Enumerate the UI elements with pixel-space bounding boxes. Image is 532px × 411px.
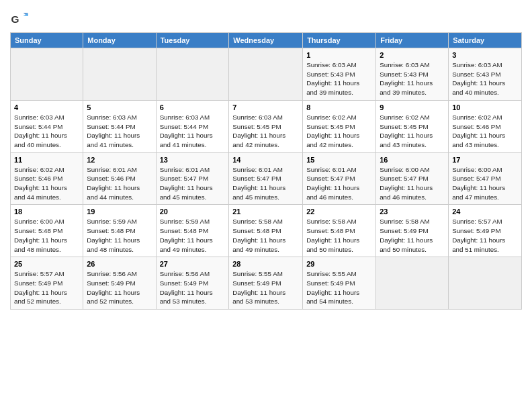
day-info: Sunrise: 5:57 AMSunset: 5:49 PMDaylight:… bbox=[14, 269, 79, 306]
day-info: Sunrise: 5:58 AMSunset: 5:48 PMDaylight:… bbox=[232, 217, 299, 254]
calendar-cell-w2d1: 12Sunrise: 6:01 AMSunset: 5:46 PMDayligh… bbox=[83, 152, 156, 205]
day-info: Sunrise: 6:02 AMSunset: 5:46 PMDaylight:… bbox=[14, 165, 79, 202]
day-number: 7 bbox=[232, 103, 299, 111]
day-info: Sunrise: 6:03 AMSunset: 5:43 PMDaylight:… bbox=[306, 60, 372, 97]
day-number: 8 bbox=[306, 103, 372, 111]
day-info: Sunrise: 5:59 AMSunset: 5:48 PMDaylight:… bbox=[160, 217, 226, 254]
day-number: 21 bbox=[232, 208, 299, 216]
day-info: Sunrise: 5:59 AMSunset: 5:48 PMDaylight:… bbox=[87, 217, 152, 254]
day-number: 20 bbox=[160, 208, 226, 216]
calendar-cell-w1d0: 4Sunrise: 6:03 AMSunset: 5:44 PMDaylight… bbox=[11, 100, 83, 152]
calendar-cell-w0d1 bbox=[83, 48, 156, 101]
calendar-cell-w3d6: 24Sunrise: 5:57 AMSunset: 5:49 PMDayligh… bbox=[449, 205, 522, 257]
calendar-cell-w1d3: 7Sunrise: 6:03 AMSunset: 5:45 PMDaylight… bbox=[229, 100, 303, 152]
day-number: 18 bbox=[14, 208, 79, 216]
svg-text:G: G bbox=[11, 13, 19, 25]
col-header-monday: Monday bbox=[83, 33, 156, 48]
day-info: Sunrise: 6:01 AMSunset: 5:47 PMDaylight:… bbox=[232, 165, 299, 202]
day-info: Sunrise: 5:58 AMSunset: 5:49 PMDaylight:… bbox=[380, 217, 445, 254]
day-info: Sunrise: 6:03 AMSunset: 5:45 PMDaylight:… bbox=[232, 113, 299, 150]
calendar-cell-w2d2: 13Sunrise: 6:01 AMSunset: 5:47 PMDayligh… bbox=[156, 152, 229, 205]
day-info: Sunrise: 6:01 AMSunset: 5:47 PMDaylight:… bbox=[306, 165, 372, 202]
day-number: 24 bbox=[452, 208, 518, 216]
day-number: 23 bbox=[380, 208, 445, 216]
calendar-cell-w3d5: 23Sunrise: 5:58 AMSunset: 5:49 PMDayligh… bbox=[376, 205, 449, 257]
day-number: 14 bbox=[232, 156, 299, 164]
day-number: 11 bbox=[14, 156, 79, 164]
day-info: Sunrise: 5:57 AMSunset: 5:49 PMDaylight:… bbox=[452, 217, 518, 254]
calendar-cell-w0d6: 3Sunrise: 6:03 AMSunset: 5:43 PMDaylight… bbox=[449, 48, 522, 101]
col-header-thursday: Thursday bbox=[303, 33, 376, 48]
col-header-sunday: Sunday bbox=[11, 33, 83, 48]
calendar-cell-w2d4: 15Sunrise: 6:01 AMSunset: 5:47 PMDayligh… bbox=[303, 152, 376, 205]
day-info: Sunrise: 6:03 AMSunset: 5:43 PMDaylight:… bbox=[380, 60, 445, 97]
day-info: Sunrise: 6:00 AMSunset: 5:48 PMDaylight:… bbox=[14, 217, 79, 254]
day-number: 12 bbox=[87, 156, 152, 164]
calendar-cell-w2d0: 11Sunrise: 6:02 AMSunset: 5:46 PMDayligh… bbox=[11, 152, 83, 205]
day-info: Sunrise: 6:02 AMSunset: 5:45 PMDaylight:… bbox=[380, 113, 445, 150]
calendar-cell-w4d3: 28Sunrise: 5:55 AMSunset: 5:49 PMDayligh… bbox=[229, 257, 303, 310]
day-info: Sunrise: 6:03 AMSunset: 5:44 PMDaylight:… bbox=[14, 113, 79, 150]
calendar-cell-w3d4: 22Sunrise: 5:58 AMSunset: 5:48 PMDayligh… bbox=[303, 205, 376, 257]
day-number: 19 bbox=[87, 208, 152, 216]
calendar-cell-w2d3: 14Sunrise: 6:01 AMSunset: 5:47 PMDayligh… bbox=[229, 152, 303, 205]
day-info: Sunrise: 6:01 AMSunset: 5:47 PMDaylight:… bbox=[160, 165, 226, 202]
day-info: Sunrise: 6:03 AMSunset: 5:43 PMDaylight:… bbox=[452, 60, 518, 97]
calendar-cell-w2d6: 17Sunrise: 6:00 AMSunset: 5:47 PMDayligh… bbox=[449, 152, 522, 205]
calendar-cell-w4d6 bbox=[449, 257, 522, 310]
day-info: Sunrise: 5:55 AMSunset: 5:49 PMDaylight:… bbox=[232, 269, 299, 306]
calendar-cell-w3d2: 20Sunrise: 5:59 AMSunset: 5:48 PMDayligh… bbox=[156, 205, 229, 257]
day-number: 5 bbox=[87, 103, 152, 111]
day-info: Sunrise: 5:56 AMSunset: 5:49 PMDaylight:… bbox=[87, 269, 152, 306]
calendar-cell-w0d2 bbox=[156, 48, 229, 101]
day-number: 1 bbox=[306, 51, 372, 59]
calendar-cell-w3d0: 18Sunrise: 6:00 AMSunset: 5:48 PMDayligh… bbox=[11, 205, 83, 257]
day-number: 2 bbox=[380, 51, 445, 59]
calendar-cell-w0d0 bbox=[11, 48, 83, 101]
day-info: Sunrise: 6:02 AMSunset: 5:46 PMDaylight:… bbox=[452, 113, 518, 150]
day-number: 22 bbox=[306, 208, 372, 216]
day-info: Sunrise: 5:55 AMSunset: 5:49 PMDaylight:… bbox=[306, 269, 372, 306]
day-number: 25 bbox=[14, 260, 79, 268]
col-header-friday: Friday bbox=[376, 33, 449, 48]
calendar-cell-w1d1: 5Sunrise: 6:03 AMSunset: 5:44 PMDaylight… bbox=[83, 100, 156, 152]
calendar: SundayMondayTuesdayWednesdayThursdayFrid… bbox=[10, 32, 522, 310]
calendar-cell-w4d0: 25Sunrise: 5:57 AMSunset: 5:49 PMDayligh… bbox=[11, 257, 83, 310]
day-info: Sunrise: 5:58 AMSunset: 5:48 PMDaylight:… bbox=[306, 217, 372, 254]
col-header-saturday: Saturday bbox=[449, 33, 522, 48]
col-header-tuesday: Tuesday bbox=[156, 33, 229, 48]
col-header-wednesday: Wednesday bbox=[229, 33, 303, 48]
calendar-cell-w3d3: 21Sunrise: 5:58 AMSunset: 5:48 PMDayligh… bbox=[229, 205, 303, 257]
day-number: 3 bbox=[452, 51, 518, 59]
calendar-cell-w4d1: 26Sunrise: 5:56 AMSunset: 5:49 PMDayligh… bbox=[83, 257, 156, 310]
calendar-cell-w2d5: 16Sunrise: 6:00 AMSunset: 5:47 PMDayligh… bbox=[376, 152, 449, 205]
day-info: Sunrise: 6:00 AMSunset: 5:47 PMDaylight:… bbox=[452, 165, 518, 202]
calendar-cell-w3d1: 19Sunrise: 5:59 AMSunset: 5:48 PMDayligh… bbox=[83, 205, 156, 257]
calendar-cell-w1d6: 10Sunrise: 6:02 AMSunset: 5:46 PMDayligh… bbox=[449, 100, 522, 152]
day-number: 17 bbox=[452, 156, 518, 164]
day-number: 15 bbox=[306, 156, 372, 164]
day-number: 13 bbox=[160, 156, 226, 164]
day-info: Sunrise: 6:03 AMSunset: 5:44 PMDaylight:… bbox=[87, 113, 152, 150]
day-number: 29 bbox=[306, 260, 372, 268]
calendar-cell-w1d5: 9Sunrise: 6:02 AMSunset: 5:45 PMDaylight… bbox=[376, 100, 449, 152]
header: G bbox=[10, 7, 522, 28]
day-number: 10 bbox=[452, 103, 518, 111]
calendar-cell-w1d4: 8Sunrise: 6:02 AMSunset: 5:45 PMDaylight… bbox=[303, 100, 376, 152]
day-number: 6 bbox=[160, 103, 226, 111]
day-info: Sunrise: 6:03 AMSunset: 5:44 PMDaylight:… bbox=[160, 113, 226, 150]
day-number: 26 bbox=[87, 260, 152, 268]
day-number: 27 bbox=[160, 260, 226, 268]
calendar-cell-w0d5: 2Sunrise: 6:03 AMSunset: 5:43 PMDaylight… bbox=[376, 48, 449, 101]
day-number: 4 bbox=[14, 103, 79, 111]
day-number: 9 bbox=[380, 103, 445, 111]
calendar-cell-w4d5 bbox=[376, 257, 449, 310]
calendar-cell-w4d2: 27Sunrise: 5:56 AMSunset: 5:49 PMDayligh… bbox=[156, 257, 229, 310]
day-info: Sunrise: 6:00 AMSunset: 5:47 PMDaylight:… bbox=[380, 165, 445, 202]
day-number: 28 bbox=[232, 260, 299, 268]
day-info: Sunrise: 6:02 AMSunset: 5:45 PMDaylight:… bbox=[306, 113, 372, 150]
calendar-cell-w4d4: 29Sunrise: 5:55 AMSunset: 5:49 PMDayligh… bbox=[303, 257, 376, 310]
day-number: 16 bbox=[380, 156, 445, 164]
day-info: Sunrise: 6:01 AMSunset: 5:46 PMDaylight:… bbox=[87, 165, 152, 202]
calendar-cell-w1d2: 6Sunrise: 6:03 AMSunset: 5:44 PMDaylight… bbox=[156, 100, 229, 152]
